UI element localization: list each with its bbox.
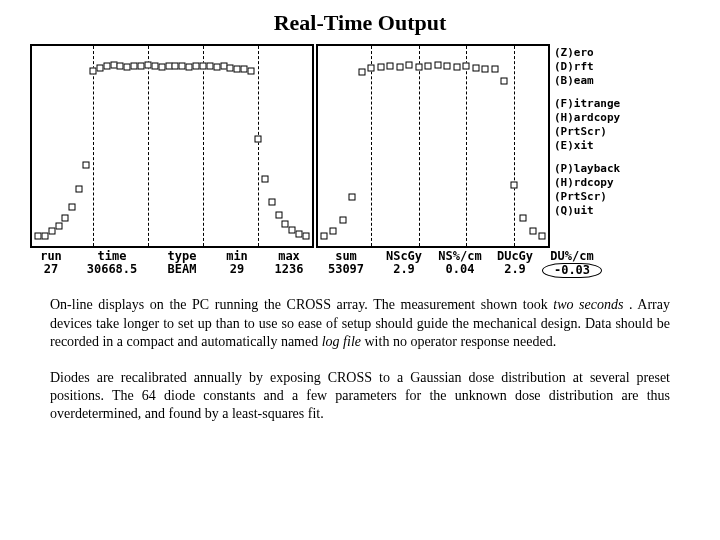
data-point xyxy=(368,64,375,71)
stat-type: typeBEAM xyxy=(152,250,212,278)
menu-item[interactable]: (E)xit xyxy=(554,139,620,153)
menu-item[interactable]: (D)rft xyxy=(554,60,620,74)
page-title: Real-Time Output xyxy=(30,10,690,36)
paragraph-1: On-line displays on the PC running the C… xyxy=(50,296,670,351)
data-point xyxy=(339,216,346,223)
stats-row: run27time30668.5typeBEAMmin29max1236sum5… xyxy=(30,250,690,278)
data-point xyxy=(62,215,69,222)
data-point xyxy=(55,222,62,229)
paragraph-2: Diodes are recalibrated annually by expo… xyxy=(50,369,670,424)
data-point xyxy=(539,232,546,239)
stat-sum: sum53097 xyxy=(316,250,376,278)
data-point xyxy=(415,64,422,71)
menu-item[interactable]: (Q)uit xyxy=(554,204,620,218)
data-point xyxy=(261,176,268,183)
data-point xyxy=(330,228,337,235)
data-point xyxy=(248,67,255,74)
stat-max: max1236 xyxy=(262,250,316,278)
data-point xyxy=(275,212,282,219)
data-point xyxy=(69,203,76,210)
menu-item[interactable]: (H)rdcopy xyxy=(554,176,620,190)
menu-item[interactable]: (Z)ero xyxy=(554,46,620,60)
data-point xyxy=(377,64,384,71)
data-point xyxy=(482,65,489,72)
data-point xyxy=(453,64,460,71)
chart-left xyxy=(30,44,314,248)
data-point xyxy=(463,63,470,70)
data-point xyxy=(444,63,451,70)
stat-run: run27 xyxy=(30,250,72,278)
stat-time: time30668.5 xyxy=(72,250,152,278)
menu-item[interactable]: (H)ardcopy xyxy=(554,111,620,125)
data-point xyxy=(83,161,90,168)
charts-row: (Z)ero (D)rft (B)eam (F)itrange (H)ardco… xyxy=(30,44,690,248)
data-point xyxy=(520,215,527,222)
data-point xyxy=(254,135,261,142)
stat-DUcm: DU%/cm-0.03 xyxy=(542,250,602,278)
data-point xyxy=(529,228,536,235)
menu-item[interactable]: (PrtScr) xyxy=(554,125,620,139)
data-point xyxy=(425,63,432,70)
data-point xyxy=(76,186,83,193)
data-point xyxy=(358,69,365,76)
stat-NScm: NS%/cm0.04 xyxy=(432,250,488,278)
data-point xyxy=(396,64,403,71)
data-point xyxy=(406,62,413,69)
data-point xyxy=(472,64,479,71)
data-point xyxy=(268,199,275,206)
data-point xyxy=(321,232,328,239)
chart-right xyxy=(316,44,550,248)
menu-item[interactable]: (P)layback xyxy=(554,162,620,176)
stat-DUcGy: DUcGy2.9 xyxy=(488,250,542,278)
menu-item[interactable]: (F)itrange xyxy=(554,97,620,111)
stat-NScGy: NScGy2.9 xyxy=(376,250,432,278)
menu-panel: (Z)ero (D)rft (B)eam (F)itrange (H)ardco… xyxy=(552,44,620,248)
menu-item[interactable]: (B)eam xyxy=(554,74,620,88)
data-point xyxy=(491,66,498,73)
data-point xyxy=(434,62,441,69)
data-point xyxy=(387,63,394,70)
data-point xyxy=(510,182,517,189)
stat-min: min29 xyxy=(212,250,262,278)
menu-item[interactable]: (PrtScr) xyxy=(554,190,620,204)
data-point xyxy=(501,77,508,84)
data-point xyxy=(303,232,310,239)
data-point xyxy=(349,193,356,200)
